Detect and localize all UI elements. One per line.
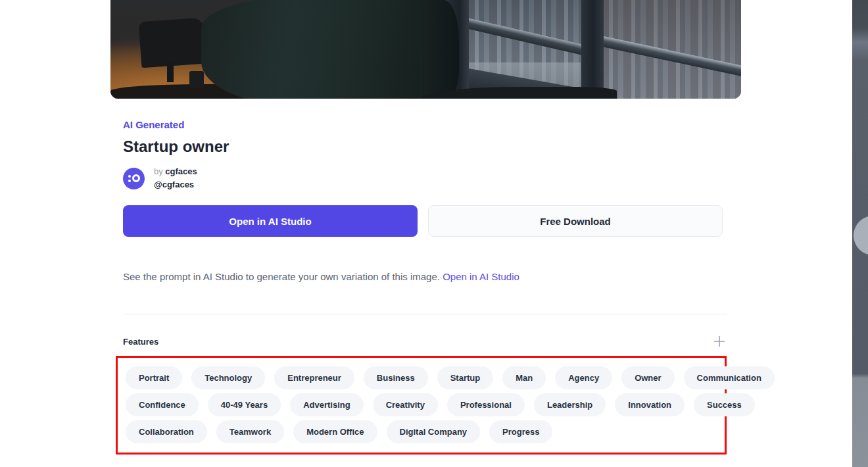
- tag-row: Confidence40-49 YearsAdvertisingCreativi…: [126, 393, 725, 416]
- tag-pill[interactable]: Collaboration: [126, 420, 207, 443]
- page-title: Startup owner: [123, 137, 229, 156]
- person-arm: [420, 0, 459, 99]
- tag-pill[interactable]: Business: [364, 366, 428, 389]
- tag-pill[interactable]: Owner: [621, 366, 674, 389]
- tag-pill[interactable]: Innovation: [615, 393, 685, 416]
- tag-row: PortraitTechnologyEntrepreneurBusinessSt…: [126, 366, 725, 389]
- author-row[interactable]: by cgfaces @cgfaces: [123, 165, 197, 191]
- adjacent-image-strip: [852, 0, 868, 467]
- prompt-note: See the prompt in AI Studio to generate …: [123, 271, 519, 282]
- author-name[interactable]: cgfaces: [165, 166, 197, 176]
- tag-pill[interactable]: Progress: [489, 420, 552, 443]
- section-divider: [123, 314, 727, 314]
- avatar[interactable]: [123, 168, 145, 189]
- open-ai-studio-link[interactable]: Open in AI Studio: [443, 271, 519, 282]
- tag-pill[interactable]: Technology: [191, 366, 265, 389]
- person-silhouette: [201, 0, 456, 99]
- next-image-button[interactable]: [854, 216, 868, 255]
- tag-pill[interactable]: 40-49 Years: [208, 393, 281, 416]
- tag-pill[interactable]: Modern Office: [293, 420, 377, 443]
- tag-pill[interactable]: Success: [694, 393, 755, 416]
- features-header: Features: [123, 332, 727, 351]
- chair-silhouette: [139, 18, 206, 68]
- tag-pill[interactable]: Teamwork: [216, 420, 284, 443]
- tag-pill[interactable]: Leadership: [534, 393, 606, 416]
- tag-rows: PortraitTechnologyEntrepreneurBusinessSt…: [126, 366, 725, 443]
- cgfaces-logo-icon: [132, 174, 140, 182]
- prompt-note-text: See the prompt in AI Studio to generate …: [123, 271, 440, 282]
- image-detail-panel: AI Generated Startup owner by cgfaces @c…: [110, 0, 741, 467]
- annotation-rectangle: PortraitTechnologyEntrepreneurBusinessSt…: [116, 356, 727, 455]
- tag-row: CollaborationTeamworkModern OfficeDigita…: [126, 420, 725, 443]
- tag-pill[interactable]: Advertising: [290, 393, 364, 416]
- author-by-prefix: by: [154, 166, 163, 176]
- tag-pill[interactable]: Communication: [684, 366, 775, 389]
- plus-icon[interactable]: [712, 334, 727, 349]
- tag-pill[interactable]: Confidence: [126, 393, 199, 416]
- features-label: Features: [123, 337, 158, 347]
- chair-post: [167, 62, 174, 82]
- ai-generated-link[interactable]: AI Generated: [123, 119, 184, 130]
- tag-pill[interactable]: Entrepreneur: [274, 366, 354, 389]
- tag-pill[interactable]: Creativity: [373, 393, 438, 416]
- free-download-button[interactable]: Free Download: [428, 205, 723, 237]
- open-ai-studio-button[interactable]: Open in AI Studio: [123, 205, 418, 237]
- author-text: by cgfaces @cgfaces: [154, 165, 197, 191]
- window-frame: [581, 0, 604, 99]
- tag-pill[interactable]: Man: [502, 366, 546, 389]
- tag-pill[interactable]: Digital Company: [387, 420, 481, 443]
- desk-object: [189, 71, 204, 88]
- hero-image[interactable]: [110, 0, 741, 99]
- tag-pill[interactable]: Agency: [555, 366, 612, 389]
- tag-pill[interactable]: Portrait: [126, 366, 182, 389]
- author-handle[interactable]: @cgfaces: [154, 178, 197, 191]
- tag-pill[interactable]: Professional: [447, 393, 525, 416]
- tag-pill[interactable]: Startup: [437, 366, 494, 389]
- cgfaces-logo-icon: [128, 175, 131, 182]
- action-buttons: Open in AI Studio Free Download: [123, 205, 723, 237]
